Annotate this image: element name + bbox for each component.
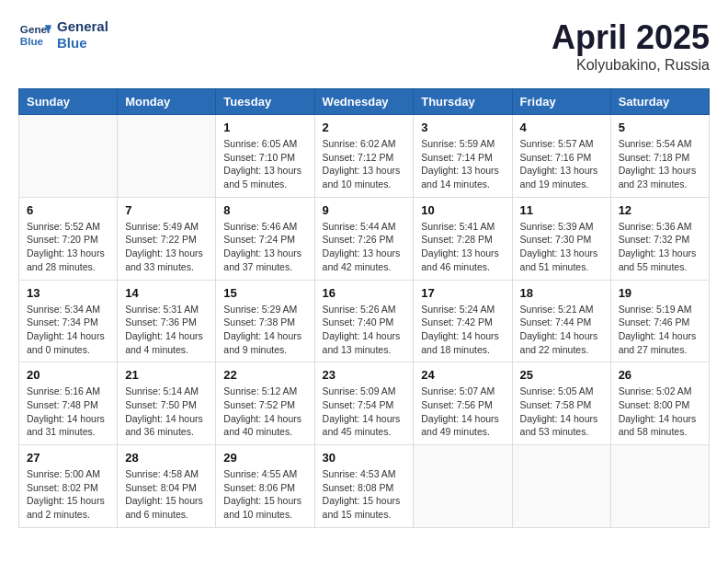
day-number: 6 [27, 203, 109, 217]
calendar-cell [414, 445, 512, 528]
calendar-cell: 7Sunrise: 5:49 AM Sunset: 7:22 PM Daylig… [118, 197, 216, 280]
calendar-cell: 8Sunrise: 5:46 AM Sunset: 7:24 PM Daylig… [216, 197, 314, 280]
day-number: 20 [27, 368, 109, 382]
calendar-cell: 21Sunrise: 5:14 AM Sunset: 7:50 PM Dayli… [118, 362, 216, 445]
calendar-cell: 2Sunrise: 6:02 AM Sunset: 7:12 PM Daylig… [314, 115, 414, 198]
day-number: 24 [421, 368, 504, 382]
logo-text-line1: General [57, 18, 108, 35]
day-info: Sunrise: 4:55 AM Sunset: 8:06 PM Dayligh… [223, 467, 306, 522]
calendar-cell: 25Sunrise: 5:05 AM Sunset: 7:58 PM Dayli… [512, 362, 610, 445]
calendar-cell: 14Sunrise: 5:31 AM Sunset: 7:36 PM Dayli… [118, 280, 216, 362]
day-number: 9 [323, 203, 406, 217]
page-header: General Blue General Blue April 2025 Kol… [18, 18, 710, 74]
day-info: Sunrise: 5:41 AM Sunset: 7:28 PM Dayligh… [421, 220, 504, 274]
day-number: 4 [520, 121, 603, 134]
weekday-header-friday: Friday [512, 89, 610, 115]
day-info: Sunrise: 5:46 AM Sunset: 7:24 PM Dayligh… [223, 220, 306, 274]
calendar-cell: 18Sunrise: 5:21 AM Sunset: 7:44 PM Dayli… [512, 280, 610, 362]
day-info: Sunrise: 6:05 AM Sunset: 7:10 PM Dayligh… [223, 137, 306, 191]
calendar-cell: 16Sunrise: 5:26 AM Sunset: 7:40 PM Dayli… [314, 280, 414, 362]
calendar-cell: 26Sunrise: 5:02 AM Sunset: 8:00 PM Dayli… [610, 362, 709, 445]
day-info: Sunrise: 5:19 AM Sunset: 7:46 PM Dayligh… [619, 303, 701, 357]
weekday-header-sunday: Sunday [19, 89, 118, 115]
calendar-cell [610, 445, 709, 528]
day-info: Sunrise: 5:54 AM Sunset: 7:18 PM Dayligh… [619, 137, 701, 191]
calendar-cell: 30Sunrise: 4:53 AM Sunset: 8:08 PM Dayli… [314, 445, 414, 528]
day-number: 1 [223, 121, 306, 134]
logo-text-line2: Blue [57, 35, 108, 52]
day-number: 2 [323, 121, 406, 134]
calendar-cell [512, 445, 610, 528]
day-info: Sunrise: 5:21 AM Sunset: 7:44 PM Dayligh… [520, 303, 603, 357]
day-info: Sunrise: 5:14 AM Sunset: 7:50 PM Dayligh… [125, 385, 208, 439]
day-info: Sunrise: 5:12 AM Sunset: 7:52 PM Dayligh… [223, 385, 306, 439]
day-number: 18 [520, 286, 603, 300]
day-number: 27 [27, 451, 109, 465]
calendar-cell [19, 115, 118, 198]
day-number: 29 [223, 451, 306, 465]
calendar-week-row: 20Sunrise: 5:16 AM Sunset: 7:48 PM Dayli… [19, 362, 710, 445]
calendar-cell: 28Sunrise: 4:58 AM Sunset: 8:04 PM Dayli… [118, 445, 216, 528]
calendar-week-row: 6Sunrise: 5:52 AM Sunset: 7:20 PM Daylig… [19, 197, 710, 280]
calendar-cell: 24Sunrise: 5:07 AM Sunset: 7:56 PM Dayli… [414, 362, 512, 445]
day-number: 14 [125, 286, 208, 300]
calendar-week-row: 1Sunrise: 6:05 AM Sunset: 7:10 PM Daylig… [19, 115, 710, 198]
day-info: Sunrise: 5:05 AM Sunset: 7:58 PM Dayligh… [520, 385, 603, 439]
day-number: 26 [619, 368, 701, 382]
day-info: Sunrise: 5:00 AM Sunset: 8:02 PM Dayligh… [27, 467, 109, 522]
calendar-cell: 19Sunrise: 5:19 AM Sunset: 7:46 PM Dayli… [610, 280, 709, 362]
day-info: Sunrise: 5:24 AM Sunset: 7:42 PM Dayligh… [421, 303, 504, 357]
calendar-cell: 5Sunrise: 5:54 AM Sunset: 7:18 PM Daylig… [610, 115, 709, 198]
day-number: 3 [421, 121, 504, 134]
calendar-cell: 22Sunrise: 5:12 AM Sunset: 7:52 PM Dayli… [216, 362, 314, 445]
day-info: Sunrise: 5:52 AM Sunset: 7:20 PM Dayligh… [27, 220, 109, 274]
day-info: Sunrise: 5:59 AM Sunset: 7:14 PM Dayligh… [421, 137, 504, 191]
day-info: Sunrise: 4:58 AM Sunset: 8:04 PM Dayligh… [125, 467, 208, 522]
calendar-cell: 9Sunrise: 5:44 AM Sunset: 7:26 PM Daylig… [314, 197, 414, 280]
day-number: 7 [125, 203, 208, 217]
logo-icon: General Blue [18, 18, 51, 52]
weekday-header-wednesday: Wednesday [314, 89, 414, 115]
day-number: 10 [421, 203, 504, 217]
calendar-week-row: 27Sunrise: 5:00 AM Sunset: 8:02 PM Dayli… [19, 445, 710, 528]
day-info: Sunrise: 5:07 AM Sunset: 7:56 PM Dayligh… [421, 385, 504, 439]
day-info: Sunrise: 5:09 AM Sunset: 7:54 PM Dayligh… [323, 385, 406, 439]
day-number: 17 [421, 286, 504, 300]
day-info: Sunrise: 5:49 AM Sunset: 7:22 PM Dayligh… [125, 220, 208, 274]
day-info: Sunrise: 5:34 AM Sunset: 7:34 PM Dayligh… [27, 303, 109, 357]
logo: General Blue General Blue [18, 18, 108, 52]
day-number: 15 [223, 286, 306, 300]
title-block: April 2025 Kolyubakino, Russia [552, 18, 710, 74]
calendar-cell: 20Sunrise: 5:16 AM Sunset: 7:48 PM Dayli… [19, 362, 118, 445]
day-info: Sunrise: 5:29 AM Sunset: 7:38 PM Dayligh… [223, 303, 306, 357]
calendar-cell: 17Sunrise: 5:24 AM Sunset: 7:42 PM Dayli… [414, 280, 512, 362]
calendar-cell: 23Sunrise: 5:09 AM Sunset: 7:54 PM Dayli… [314, 362, 414, 445]
day-number: 16 [323, 286, 406, 300]
day-info: Sunrise: 5:39 AM Sunset: 7:30 PM Dayligh… [520, 220, 603, 274]
calendar-week-row: 13Sunrise: 5:34 AM Sunset: 7:34 PM Dayli… [19, 280, 710, 362]
month-year-title: April 2025 [552, 18, 710, 57]
day-number: 5 [619, 121, 701, 134]
calendar-cell: 3Sunrise: 5:59 AM Sunset: 7:14 PM Daylig… [414, 115, 512, 198]
day-number: 30 [323, 451, 406, 465]
day-number: 21 [125, 368, 208, 382]
day-number: 25 [520, 368, 603, 382]
weekday-header-tuesday: Tuesday [216, 89, 314, 115]
day-number: 13 [27, 286, 109, 300]
day-info: Sunrise: 5:31 AM Sunset: 7:36 PM Dayligh… [125, 303, 208, 357]
calendar-cell: 1Sunrise: 6:05 AM Sunset: 7:10 PM Daylig… [216, 115, 314, 198]
day-number: 23 [323, 368, 406, 382]
day-info: Sunrise: 5:02 AM Sunset: 8:00 PM Dayligh… [619, 385, 701, 439]
svg-text:Blue: Blue [20, 35, 44, 47]
day-info: Sunrise: 5:36 AM Sunset: 7:32 PM Dayligh… [619, 220, 701, 274]
calendar-cell: 6Sunrise: 5:52 AM Sunset: 7:20 PM Daylig… [19, 197, 118, 280]
day-number: 22 [223, 368, 306, 382]
calendar-cell: 15Sunrise: 5:29 AM Sunset: 7:38 PM Dayli… [216, 280, 314, 362]
calendar-cell: 29Sunrise: 4:55 AM Sunset: 8:06 PM Dayli… [216, 445, 314, 528]
day-number: 12 [619, 203, 701, 217]
day-info: Sunrise: 5:16 AM Sunset: 7:48 PM Dayligh… [27, 385, 109, 439]
day-info: Sunrise: 6:02 AM Sunset: 7:12 PM Dayligh… [323, 137, 406, 191]
day-info: Sunrise: 5:26 AM Sunset: 7:40 PM Dayligh… [323, 303, 406, 357]
calendar-cell: 12Sunrise: 5:36 AM Sunset: 7:32 PM Dayli… [610, 197, 709, 280]
calendar-table: SundayMondayTuesdayWednesdayThursdayFrid… [18, 88, 710, 528]
